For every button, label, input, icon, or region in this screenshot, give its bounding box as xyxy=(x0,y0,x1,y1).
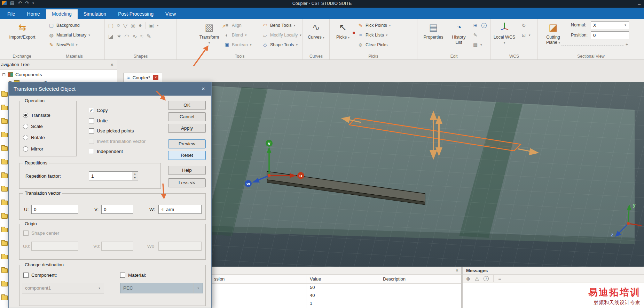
nav-strip-folder-icon[interactable] xyxy=(1,92,8,97)
nav-strip-folder-icon[interactable] xyxy=(1,255,8,259)
normal-select[interactable]: X ▾ xyxy=(591,21,629,29)
tree-item-components[interactable]: ⊟ Components xyxy=(2,71,42,79)
tab-close-icon[interactable]: × xyxy=(153,75,158,80)
pick-lists-button[interactable]: ≡ Pick Lists ▾ xyxy=(358,31,387,39)
nav-strip-folder-icon[interactable] xyxy=(1,173,8,178)
less-button[interactable]: Less << xyxy=(168,178,206,187)
shape-tools-button[interactable]: ◇ Shape Tools ▾ xyxy=(262,41,298,49)
wcs-rotate-button[interactable]: ↻ xyxy=(521,21,527,30)
radio-mirror[interactable]: Mirror xyxy=(23,145,43,152)
checkbox-material[interactable]: Material: xyxy=(120,271,146,278)
dialog-titlebar[interactable]: Transform Selected Object × xyxy=(9,82,211,96)
column-value[interactable]: Value xyxy=(310,276,321,282)
material-library-button[interactable]: ◍ Material Library ▾ xyxy=(48,31,90,39)
import-export-button[interactable]: ⇆ Import/Export xyxy=(6,20,38,40)
checkbox-independent[interactable]: Independent xyxy=(89,148,123,155)
nav-strip-folder-icon[interactable] xyxy=(1,241,8,246)
nav-strip-folder-icon[interactable] xyxy=(1,119,8,124)
edit-more-button[interactable]: ▦ ▾ xyxy=(472,41,482,49)
properties-button[interactable]: ▤ Properties xyxy=(419,20,447,40)
nav-strip-folder-icon[interactable] xyxy=(1,282,8,286)
curve-line-icon[interactable]: ∿ xyxy=(133,33,137,40)
filter-list-icon[interactable]: ≡ xyxy=(498,276,501,282)
cutting-plane-button[interactable]: ◪ Cutting Plane ▾ xyxy=(541,20,566,46)
blend-button[interactable]: ◐ Blend ▾ xyxy=(224,31,247,39)
clear-messages-icon[interactable]: ⊗ xyxy=(466,276,470,282)
help-button[interactable]: Help xyxy=(168,166,206,175)
document-tab-coupler[interactable]: ≈ Coupler* × xyxy=(123,73,162,82)
redo-icon[interactable]: ↷ xyxy=(25,0,29,6)
cancel-button[interactable]: Cancel xyxy=(168,112,206,121)
ok-button[interactable]: OK xyxy=(168,101,206,110)
nav-strip-folder-icon[interactable] xyxy=(1,201,8,205)
collapse-icon[interactable]: ⊟ xyxy=(2,72,6,77)
repetition-factor-input[interactable] xyxy=(89,171,138,180)
checkbox-component[interactable]: Component: xyxy=(23,271,57,278)
shape-brick-icon[interactable]: ▣ xyxy=(149,22,154,29)
bend-tools-button[interactable]: ◠ Bend Tools ▾ xyxy=(262,21,295,30)
spin-down-icon[interactable]: ▼ xyxy=(132,176,138,180)
qat-caret-icon[interactable]: ▾ xyxy=(32,1,34,5)
curve-edit-icon[interactable]: ✎ xyxy=(147,33,151,40)
loft-icon[interactable]: ◠ xyxy=(125,33,129,40)
close-icon[interactable]: × xyxy=(195,82,211,96)
nav-strip-folder-icon[interactable] xyxy=(1,228,8,232)
apply-button[interactable]: Apply xyxy=(168,124,206,133)
curves-button[interactable]: ∿ Curves ▾ xyxy=(305,20,328,40)
tab-view[interactable]: View xyxy=(159,9,182,19)
position-slider[interactable] xyxy=(561,46,623,46)
w-input[interactable] xyxy=(158,205,202,214)
position-input[interactable]: 0 xyxy=(591,31,629,39)
checkbox-use-picked-points[interactable]: Use picked points xyxy=(89,127,134,134)
info-button[interactable]: i xyxy=(481,21,487,30)
slider-minus[interactable]: – xyxy=(555,42,558,47)
local-wcs-button[interactable]: Local WCS ▾ xyxy=(493,20,516,46)
tab-simulation[interactable]: Simulation xyxy=(78,9,112,19)
nav-strip-folder-icon[interactable] xyxy=(1,268,8,273)
transform-button[interactable]: ▧↗ Transform ▾ xyxy=(195,20,223,46)
checkbox-copy[interactable]: Copy xyxy=(89,107,108,114)
warning-icon[interactable]: ⚠ xyxy=(475,276,479,282)
column-expression[interactable]: ssion xyxy=(214,276,225,282)
u-input[interactable] xyxy=(31,205,78,214)
tab-home[interactable]: Home xyxy=(21,9,46,19)
navigation-tree-header[interactable]: avigation Tree × xyxy=(0,60,117,70)
column-description[interactable]: Description xyxy=(383,276,406,282)
tab-file[interactable]: File xyxy=(1,9,21,19)
shape-sphere-icon[interactable]: ○ xyxy=(117,22,120,29)
shape-torus-icon[interactable]: ◎ xyxy=(131,22,135,29)
close-icon[interactable]: × xyxy=(110,60,113,70)
calculator-button[interactable]: ⊞ xyxy=(472,21,478,30)
spin-up-icon[interactable]: ▲ xyxy=(132,172,138,176)
background-button[interactable]: ▢ Background xyxy=(48,21,80,30)
radio-scale[interactable]: Scale xyxy=(23,123,43,130)
spinner-control[interactable]: ▲ ▼ xyxy=(132,171,138,180)
minimize-button[interactable]: – xyxy=(638,1,641,7)
nav-strip-folder-icon[interactable] xyxy=(1,160,8,164)
chevron-down-icon[interactable]: ▾ xyxy=(622,22,629,29)
checkbox-unite[interactable]: Unite xyxy=(89,117,108,124)
modify-locally-button[interactable]: ▱ Modify Locally ▾ xyxy=(262,31,301,39)
nav-strip-folder-icon[interactable] xyxy=(1,106,8,110)
pick-points-button[interactable]: ✎ Pick Points ▾ xyxy=(358,21,391,30)
nav-strip-folder-icon[interactable] xyxy=(1,295,8,300)
close-icon[interactable]: × xyxy=(456,268,458,273)
clear-picks-button[interactable]: ⊘ Clear Picks xyxy=(358,41,387,49)
messages-title[interactable]: Messages xyxy=(463,267,644,275)
nav-strip-folder-icon[interactable] xyxy=(1,214,8,219)
radio-rotate[interactable]: Rotate xyxy=(23,134,45,141)
tab-post-processing[interactable]: Post-Processing xyxy=(112,9,159,19)
app-logo-icon[interactable] xyxy=(2,1,7,5)
nav-strip-folder-icon[interactable] xyxy=(1,133,8,137)
reset-button[interactable]: Reset xyxy=(168,151,206,160)
undo-icon[interactable]: ↶ xyxy=(18,0,22,6)
new-edit-button[interactable]: ✎ New/Edit ▾ xyxy=(48,41,78,49)
shape-ball-icon[interactable]: ● xyxy=(139,22,142,29)
picks-button[interactable]: ↖ Picks ▾ xyxy=(332,20,353,40)
info-icon[interactable]: i xyxy=(484,276,489,281)
curve-wave-icon[interactable]: ≈ xyxy=(140,33,143,40)
preview-button[interactable]: Preview xyxy=(168,139,206,148)
extrude-icon[interactable]: ◪ xyxy=(108,33,113,40)
chevron-down-icon[interactable]: ▾ xyxy=(157,24,159,27)
shape-cube-icon[interactable]: ▢ xyxy=(108,22,113,29)
